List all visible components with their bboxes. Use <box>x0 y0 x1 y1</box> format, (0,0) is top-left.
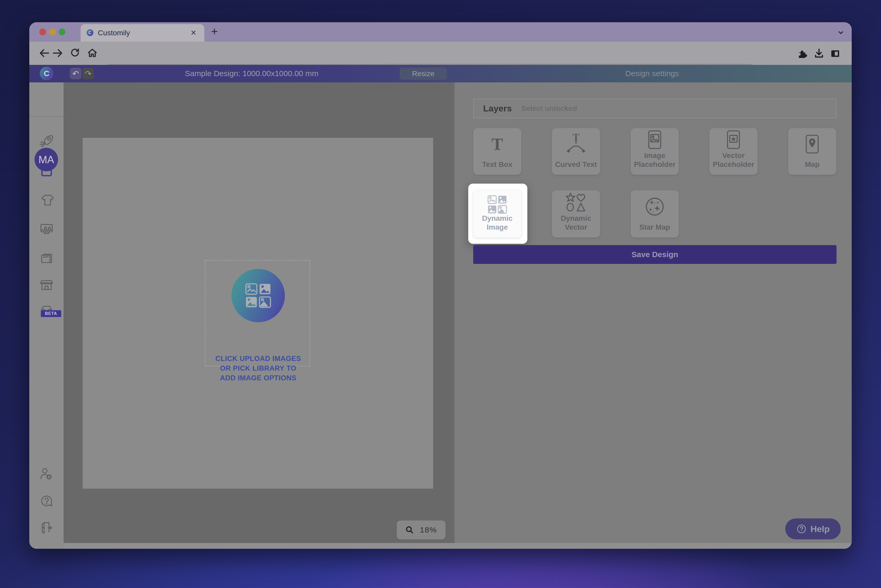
home-icon[interactable] <box>87 47 98 59</box>
tool-vector-placeholder[interactable]: Vector Placeholder <box>709 128 758 175</box>
store-icon[interactable] <box>39 277 54 293</box>
browser-window: C Customily ✕ + ⌄ C https://app.customil… <box>29 22 852 549</box>
cta-line-3: ADD IMAGE OPTIONS <box>180 373 337 383</box>
new-tab-icon[interactable]: + <box>211 25 218 38</box>
tshirt-icon[interactable] <box>39 192 54 208</box>
app-top-bar: C ↶ ↷ Sample Design: 1000.00x1000.00 mm … <box>29 65 852 82</box>
layers-label: Layers <box>483 104 512 114</box>
dynamic-image-icon <box>487 195 507 214</box>
tab-title: Customily <box>98 29 130 37</box>
star-map-icon <box>631 190 679 223</box>
upload-images-icon[interactable] <box>231 269 285 322</box>
save-design-button[interactable]: Save Design <box>473 245 836 264</box>
tool-dynamic-vector[interactable]: Dynamic Vector <box>552 190 600 237</box>
tool-star-map[interactable]: Star Map <box>631 190 679 237</box>
tool-text-box[interactable]: T Text Box <box>473 128 521 175</box>
upload-cta-text: CLICK UPLOAD IMAGES OR PICK LIBRARY TO A… <box>180 354 337 383</box>
zoom-indicator[interactable]: 18% <box>397 520 446 539</box>
customily-logo: C <box>40 67 53 80</box>
undo-button[interactable]: ↶ <box>70 68 81 79</box>
zoom-level: 18% <box>420 525 437 534</box>
help-bubble-icon[interactable] <box>39 494 54 509</box>
extensions-puzzle-icon[interactable] <box>797 48 808 59</box>
curved-text-icon: T <box>552 128 600 160</box>
browser-tab[interactable]: C Customily ✕ <box>81 24 204 42</box>
image-placeholder-icon <box>631 128 679 151</box>
tool-image-placeholder[interactable]: Image Placeholder <box>631 128 679 175</box>
tool-curved-text[interactable]: T Curved Text <box>552 128 600 175</box>
cta-line-2: OR PICK LIBRARY TO <box>180 364 337 373</box>
minimize-window-button[interactable] <box>49 28 56 35</box>
customily-favicon: C <box>87 29 93 36</box>
vector-placeholder-icon <box>709 128 758 151</box>
layers-header: Layers Select unlocked <box>473 99 836 118</box>
designs-file-icon[interactable] <box>39 163 54 178</box>
design-title: Sample Design: 1000.00x1000.00 mm <box>185 69 318 78</box>
map-icon <box>788 128 836 160</box>
tool-map[interactable]: Map <box>788 128 836 175</box>
forward-icon[interactable] <box>52 47 63 59</box>
help-button[interactable]: Help <box>785 518 841 539</box>
tab-search-chevron-icon[interactable]: ⌄ <box>836 23 846 37</box>
horizontal-scrollbar-track[interactable] <box>63 543 852 549</box>
browser-toolbar: C https://app.customily.com/ ⋮ <box>29 42 852 65</box>
left-sidebar: MA <box>29 82 63 549</box>
resize-button[interactable]: Resize <box>400 68 447 80</box>
download-icon[interactable] <box>813 48 824 59</box>
text-box-icon: T <box>473 128 521 160</box>
design-settings-title: Design settings <box>625 69 679 78</box>
side-panel-icon[interactable] <box>830 48 840 59</box>
tab-strip: C Customily ✕ + ⌄ <box>29 22 852 42</box>
help-label: Help <box>810 524 830 534</box>
help-question-icon <box>796 524 807 534</box>
rocket-icon[interactable] <box>39 134 54 149</box>
sidebar-divider <box>29 116 63 117</box>
pane-divider <box>452 82 455 543</box>
close-window-button[interactable] <box>39 28 46 35</box>
reload-icon[interactable] <box>69 47 81 59</box>
dynamic-image-spotlight: Dynamic Image <box>468 184 527 244</box>
templates-cards-icon[interactable] <box>39 250 54 266</box>
close-tab-icon[interactable]: ✕ <box>191 28 197 37</box>
account-settings-icon[interactable] <box>39 466 54 482</box>
select-unlocked-hint[interactable]: Select unlocked <box>521 104 577 113</box>
beta-badge: BETA <box>41 310 61 317</box>
cta-line-1: CLICK UPLOAD IMAGES <box>180 354 337 364</box>
logout-door-icon[interactable] <box>39 520 54 536</box>
redo-button[interactable]: ↷ <box>83 68 94 79</box>
dynamic-vector-icon <box>552 190 600 214</box>
magnifier-icon <box>405 525 414 534</box>
tool-dynamic-image[interactable]: Dynamic Image <box>473 190 521 237</box>
design-studio-icon[interactable] <box>39 221 54 237</box>
maximize-window-button[interactable] <box>59 28 65 35</box>
back-icon[interactable] <box>39 47 50 59</box>
